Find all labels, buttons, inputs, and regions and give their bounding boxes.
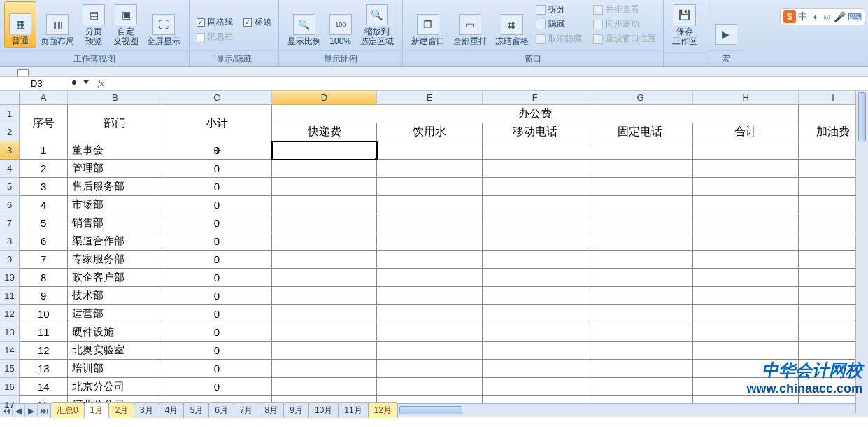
cell[interactable]	[693, 378, 799, 396]
cell[interactable]	[693, 287, 799, 305]
cell-dept[interactable]: 政企客户部	[68, 269, 162, 287]
cell[interactable]	[377, 141, 483, 160]
cell[interactable]	[377, 378, 483, 396]
header-water[interactable]: 饮用水	[377, 123, 483, 141]
cell[interactable]	[272, 251, 378, 269]
cell[interactable]	[377, 342, 483, 360]
cell[interactable]	[588, 287, 694, 305]
gridlines-checkbox[interactable]: ✓网格线 ✓标题	[194, 15, 274, 29]
new-window-button[interactable]: ❐新建窗口	[407, 1, 449, 48]
sheet-tab[interactable]: 5月	[183, 402, 209, 418]
cell[interactable]	[693, 251, 799, 269]
cell-dept[interactable]: 硬件设施	[68, 323, 162, 342]
dropdown-icon[interactable]	[83, 80, 89, 84]
cell-seq[interactable]: 8	[20, 269, 68, 287]
cell[interactable]	[588, 232, 694, 251]
sheet-tab[interactable]: 12月	[368, 402, 398, 418]
cell[interactable]	[693, 323, 799, 342]
cell[interactable]	[588, 342, 694, 360]
row-header[interactable]: 1	[0, 105, 19, 123]
header-total[interactable]: 合计	[693, 123, 799, 141]
cell-seq[interactable]: 1	[20, 141, 68, 160]
sheet-tab[interactable]: 11月	[338, 402, 368, 418]
cell-subtotal[interactable]: 0	[162, 232, 272, 251]
cell[interactable]	[693, 396, 799, 403]
header-mobile[interactable]: 移动电话	[483, 123, 588, 141]
zoom-button[interactable]: 🔍显示比例	[283, 1, 325, 48]
row-header[interactable]: 8	[0, 232, 19, 251]
cell[interactable]	[588, 214, 694, 232]
row-header[interactable]: 9	[0, 251, 19, 269]
cell[interactable]	[377, 269, 483, 287]
cell-subtotal[interactable]: 0	[162, 251, 272, 269]
cell[interactable]	[588, 269, 694, 287]
cell[interactable]	[483, 141, 588, 160]
column-header-A[interactable]: A	[20, 91, 68, 104]
cell[interactable]	[483, 396, 588, 403]
cell-dept[interactable]: 专家服务部	[68, 251, 162, 269]
row-header[interactable]: 6	[0, 196, 19, 214]
row-header[interactable]: 5	[0, 178, 19, 196]
cell-seq[interactable]: 5	[20, 214, 68, 232]
cell-dept[interactable]: 技术部	[68, 287, 162, 305]
cell[interactable]	[693, 141, 799, 160]
hide-button[interactable]: 隐藏	[533, 18, 585, 31]
messagebar-checkbox[interactable]: 消息栏	[194, 30, 236, 43]
ime-lang[interactable]: 中	[798, 10, 808, 23]
save-workspace-button[interactable]: 💾保存 工作区	[668, 1, 702, 48]
cell-subtotal[interactable]: 0	[162, 178, 272, 196]
cell-seq[interactable]: 2	[20, 160, 68, 178]
header-office-merged[interactable]: 办公费	[272, 105, 799, 123]
row-header[interactable]: 13	[0, 323, 19, 342]
cell[interactable]	[483, 323, 588, 342]
cell[interactable]	[272, 378, 378, 396]
zoom-selection-button[interactable]: 🔍缩放到 选定区域	[356, 1, 398, 48]
cell[interactable]	[483, 269, 588, 287]
zoom-100-button[interactable]: 100100%	[325, 1, 356, 48]
cell-subtotal[interactable]: 0	[162, 342, 272, 360]
view-custom-button[interactable]: ▣自定 义视图	[109, 1, 143, 48]
cell[interactable]	[693, 269, 799, 287]
cell-seq[interactable]: 3	[20, 178, 68, 196]
cell[interactable]	[588, 305, 694, 323]
row-header[interactable]: 15	[0, 360, 19, 378]
cell-dept[interactable]: 销售部	[68, 214, 162, 232]
row-header[interactable]: 12	[0, 305, 19, 323]
cell-dept[interactable]: 渠道合作部	[68, 232, 162, 251]
cell[interactable]	[483, 196, 588, 214]
row-header[interactable]: 2	[0, 123, 19, 141]
cell-subtotal[interactable]: 0	[162, 196, 272, 214]
cell[interactable]	[272, 160, 378, 178]
cell[interactable]	[588, 396, 694, 403]
cell-subtotal[interactable]: 0	[162, 214, 272, 232]
cell-dept[interactable]: 管理部	[68, 160, 162, 178]
cell[interactable]	[377, 196, 483, 214]
column-header-F[interactable]: F	[483, 91, 588, 104]
cell-seq[interactable]: 12	[20, 342, 68, 360]
scroll-thumb[interactable]	[858, 92, 866, 141]
cell[interactable]	[693, 305, 799, 323]
cell[interactable]	[272, 196, 378, 214]
header-subtotal[interactable]: 小计	[162, 105, 272, 141]
header-fixed[interactable]: 固定电话	[588, 123, 694, 141]
tab-nav-last[interactable]: ⏭	[38, 404, 50, 417]
arrange-all-button[interactable]: ▭全部重排	[449, 1, 491, 48]
cell[interactable]	[693, 232, 799, 251]
view-normal-button[interactable]: ▦普通	[4, 1, 36, 48]
formula-input[interactable]	[110, 77, 868, 90]
column-header-B[interactable]: B	[68, 91, 162, 104]
cell[interactable]	[377, 305, 483, 323]
mic-icon[interactable]: 🎤	[834, 11, 846, 22]
tab-nav-next[interactable]: ▶	[25, 404, 38, 417]
sheet-tab[interactable]: 10月	[308, 402, 339, 418]
freeze-panes-button[interactable]: ▦冻结窗格	[491, 1, 533, 48]
unhide-button[interactable]: 取消隐藏	[533, 32, 585, 46]
cell-dept[interactable]: 北京分公司	[68, 378, 162, 396]
sheet-tab[interactable]: 汇总0	[50, 402, 85, 418]
cell[interactable]	[483, 160, 588, 178]
fx-icon[interactable]: fx	[98, 78, 104, 89]
column-header-E[interactable]: E	[377, 91, 483, 104]
vertical-scrollbar[interactable]	[855, 91, 868, 413]
sheet-tab[interactable]: 6月	[208, 402, 234, 418]
cell-subtotal[interactable]: 0	[162, 378, 272, 396]
